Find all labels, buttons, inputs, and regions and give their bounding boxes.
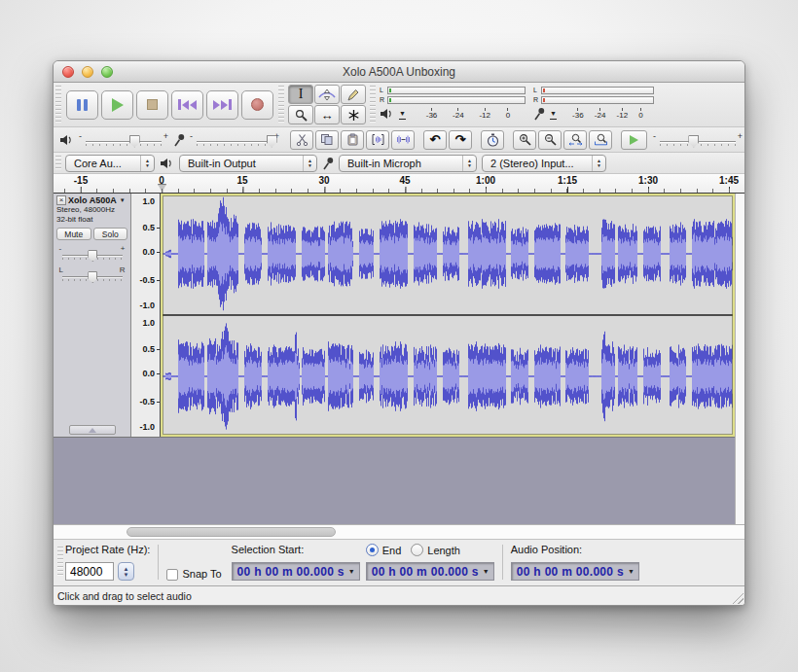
vertical-scrollbar[interactable] [735, 194, 744, 524]
timeline-ruler[interactable]: -15 0 15 30 45 1:00 1:15 1:30 1:45 [54, 174, 744, 194]
end-radio[interactable] [366, 544, 379, 556]
stop-button[interactable] [136, 90, 168, 120]
end-radio-label[interactable]: End [382, 545, 402, 556]
track-collapse-button[interactable] [69, 425, 116, 435]
audio-host-select[interactable]: Core Au... ▲▼ [65, 155, 155, 172]
sync-lock-button[interactable] [481, 130, 504, 150]
audio-position-value[interactable]: 00 h 00 m 00.000 s [517, 565, 624, 579]
play-button[interactable] [101, 90, 133, 120]
cut-button[interactable] [290, 130, 313, 150]
window-title: Xolo A500A Unboxing [54, 61, 744, 83]
waveform-channel2[interactable] [161, 316, 735, 437]
recording-meter[interactable]: L R ▼ -36-24-120 [533, 86, 654, 124]
selection-end-field[interactable]: 00 h 00 m 00.000 s ▼ [366, 562, 494, 581]
time-shift-icon: ↔ [321, 108, 334, 123]
length-radio[interactable] [411, 544, 423, 556]
input-device-select[interactable]: Built-in Microph ▲▼ [339, 155, 477, 172]
length-radio-label[interactable]: Length [427, 545, 460, 556]
fit-selection-button[interactable] [563, 130, 587, 150]
undo-button[interactable]: ↶ [423, 130, 447, 150]
record-icon [251, 98, 264, 111]
undo-icon: ↶ [430, 132, 441, 147]
playhead-pin-icon[interactable] [158, 184, 166, 193]
copy-button[interactable] [315, 130, 339, 150]
record-button[interactable] [241, 90, 273, 120]
output-volume-thumb[interactable] [129, 135, 140, 148]
status-bar: Click and drag to select audio [54, 585, 744, 605]
project-rate-stepper[interactable]: ▲▼ [118, 562, 134, 581]
playback-speed-slider[interactable]: - + [651, 131, 744, 149]
track-menu-arrow-icon[interactable]: ▼ [120, 197, 126, 203]
envelope-tool-button[interactable] [314, 85, 340, 104]
recording-meter-dropdown[interactable]: ▼ [547, 108, 560, 121]
select-stepper-icon: ▲▼ [462, 156, 476, 171]
input-channels-select[interactable]: 2 (Stereo) Input... ▲▼ [482, 155, 606, 172]
meter-toolbar: L R ▼ -36-24-120 L R [378, 83, 654, 126]
multi-tool-button[interactable] [341, 105, 366, 124]
silence-audio-button[interactable] [391, 130, 415, 150]
redo-button[interactable]: ↷ [449, 130, 472, 150]
silence-icon [396, 133, 411, 146]
output-volume-slider[interactable]: - + [77, 131, 170, 149]
track-close-button[interactable]: × [56, 195, 66, 205]
ruler-label: -15 [74, 175, 88, 186]
dropdown-arrow-icon[interactable]: ▼ [345, 568, 357, 575]
waveform-display[interactable] [161, 194, 735, 437]
waveform-channel1[interactable] [161, 194, 735, 314]
fit-selection-icon [568, 133, 583, 146]
input-volume-slider[interactable]: - + [188, 131, 281, 149]
stepper-down-icon[interactable]: ▼ [124, 572, 129, 578]
meter-toolbar-grabber[interactable] [370, 86, 376, 124]
horizontal-scrollbar-thumb[interactable] [127, 527, 336, 537]
fit-project-button[interactable] [589, 130, 612, 150]
play-at-speed-button[interactable] [621, 130, 647, 150]
selection-start-value[interactable]: 00 h 00 m 00.000 s [237, 565, 345, 579]
skip-to-end-button[interactable] [206, 90, 238, 120]
title-bar[interactable]: Xolo A500A Unboxing [54, 61, 744, 83]
pause-button[interactable] [66, 90, 98, 120]
playback-meter-dropdown[interactable]: ▼ [396, 108, 409, 121]
horizontal-scrollbar[interactable] [54, 524, 744, 539]
skip-to-start-button[interactable] [171, 90, 203, 120]
audio-position-field[interactable]: 00 h 00 m 00.000 s ▼ [511, 562, 639, 581]
tools-toolbar-grabber[interactable] [278, 86, 284, 124]
paste-button[interactable] [341, 130, 364, 150]
output-device-select[interactable]: Built-in Output ▲▼ [179, 155, 317, 172]
transport-toolbar-grabber[interactable] [55, 86, 61, 124]
track-pan-slider[interactable]: L R [58, 265, 127, 285]
device-toolbar-grabber[interactable] [55, 156, 61, 170]
selection-end-value[interactable]: 00 h 00 m 00.000 s [372, 565, 479, 579]
project-rate-input[interactable] [65, 562, 114, 581]
recording-meter-left-bar[interactable] [541, 87, 654, 94]
draw-tool-button[interactable] [341, 85, 366, 104]
vertical-ruler[interactable]: 1.0 0.5 0.0 -0.5 -1.0 1.0 0.5 0.0 -0.5 -… [131, 194, 161, 437]
input-channels-value: 2 (Stereo) Input... [483, 158, 592, 169]
zoom-out-button[interactable] [538, 130, 562, 150]
track-gain-slider[interactable]: - + [58, 244, 127, 264]
solo-button[interactable]: Solo [93, 228, 128, 240]
selection-toolbar-grabber[interactable] [57, 547, 63, 578]
recording-meter-right-bar[interactable] [541, 96, 654, 104]
input-volume-thumb[interactable] [267, 135, 277, 148]
playback-meter-left-bar[interactable] [387, 87, 526, 94]
playback-meter-right-bar[interactable] [387, 96, 526, 104]
dropdown-arrow-icon[interactable]: ▼ [479, 568, 491, 575]
time-shift-tool-button[interactable]: ↔ [314, 105, 340, 124]
mute-button[interactable]: Mute [56, 228, 91, 240]
resize-grip[interactable] [731, 591, 744, 604]
track-title[interactable]: Xolo A500A [68, 195, 117, 205]
trim-audio-button[interactable] [366, 130, 389, 150]
track-control-panel[interactable]: × Xolo A500A ▼ Stereo, 48000Hz 32-bit fl… [54, 194, 131, 437]
pan-thumb[interactable] [88, 271, 97, 283]
snap-to-checkbox[interactable] [166, 569, 178, 581]
selection-start-field[interactable]: 00 h 00 m 00.000 s ▼ [232, 562, 360, 581]
zoom-tool-button[interactable] [288, 105, 313, 124]
audio-host-value: Core Au... [66, 158, 140, 169]
selection-tool-button[interactable]: I [288, 85, 313, 104]
slider-plus-label: + [738, 131, 743, 141]
playback-speed-thumb[interactable] [688, 135, 699, 148]
dropdown-arrow-icon[interactable]: ▼ [624, 568, 636, 575]
zoom-in-button[interactable] [513, 130, 536, 150]
playback-meter[interactable]: L R ▼ -36-24-120 [380, 86, 526, 124]
gain-thumb[interactable] [88, 250, 97, 262]
